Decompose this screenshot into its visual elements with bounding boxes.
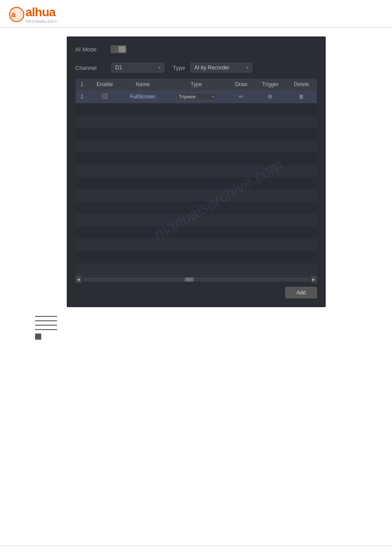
- row-num: 1: [76, 90, 89, 103]
- trash-icon[interactable]: 🗑: [299, 94, 304, 100]
- row-enable[interactable]: [89, 90, 121, 103]
- table-row: 1 FullScreen Tripwire Intrusion: [76, 90, 317, 103]
- ai-mode-toggle[interactable]: [111, 45, 126, 53]
- row-name: FullScreen: [121, 90, 165, 103]
- type-select-wrapper: AI by Recorder AI by Camera: [191, 63, 252, 73]
- ai-mode-label: AI Mode: [76, 46, 111, 53]
- small-icon-box: [35, 334, 41, 340]
- table-row: [76, 214, 317, 226]
- table-row: [76, 177, 317, 189]
- scroll-track[interactable]: |||: [83, 277, 310, 282]
- logo: a alhua TECHNOLOGY: [9, 5, 58, 24]
- channel-label: Channel: [76, 65, 106, 71]
- table-row: [76, 103, 317, 116]
- table-body: 1 FullScreen Tripwire Intrusion: [76, 90, 317, 276]
- table-row: [76, 128, 317, 140]
- header: a alhua TECHNOLOGY: [0, 0, 392, 28]
- table-row: [76, 152, 317, 165]
- col-header-num: 1: [76, 79, 89, 90]
- col-header-delete: Delete: [286, 79, 316, 90]
- dark-panel: manualsarchive.com AI Mode Channel D1 D2…: [67, 36, 326, 307]
- table-header: 1 Enable Name Type Draw Trigger Delete: [76, 79, 317, 90]
- row-draw[interactable]: ✏: [228, 90, 254, 103]
- col-header-name: Name: [121, 79, 165, 90]
- enable-checkbox[interactable]: [102, 94, 108, 99]
- add-btn-row: Add: [76, 287, 317, 298]
- type-dropdown[interactable]: Tripwire Intrusion: [176, 93, 216, 101]
- data-table: 1 Enable Name Type Draw Trigger Delete 1…: [76, 79, 317, 276]
- scroll-handle[interactable]: |||: [185, 277, 194, 282]
- type-dropdown-wrapper: Tripwire Intrusion: [176, 93, 216, 101]
- channel-select[interactable]: D1 D2 D3: [111, 63, 164, 73]
- type-select[interactable]: AI by Recorder AI by Camera: [191, 63, 252, 73]
- logo-sub: TECHNOLOGY: [25, 19, 58, 24]
- toggle-thumb: [119, 46, 126, 52]
- type-label: Type: [173, 65, 185, 71]
- svg-text:a: a: [11, 10, 16, 19]
- legend-line-4: [35, 329, 57, 330]
- add-button[interactable]: Add: [285, 287, 316, 298]
- logo-text: alhua: [25, 5, 55, 19]
- pencil-icon[interactable]: ✏: [239, 94, 243, 100]
- scroll-left-button[interactable]: ◀: [76, 276, 82, 283]
- legend-line-1: [35, 316, 57, 317]
- col-header-enable: Enable: [89, 79, 121, 90]
- table-row: [76, 226, 317, 239]
- channel-select-wrapper: D1 D2 D3: [111, 63, 164, 73]
- ai-mode-row: AI Mode: [76, 45, 317, 53]
- row-type[interactable]: Tripwire Intrusion: [165, 90, 228, 103]
- scroll-dots: |||: [187, 277, 191, 281]
- table-row: [76, 239, 317, 251]
- table-row: [76, 140, 317, 152]
- gear-icon[interactable]: ⚙: [268, 94, 273, 100]
- table-row: [76, 116, 317, 128]
- table-row: [76, 263, 317, 276]
- channel-row: Channel D1 D2 D3 Type AI by Recorder AI …: [76, 63, 317, 73]
- table-row: [76, 202, 317, 214]
- col-header-draw: Draw: [228, 79, 254, 90]
- dahua-logo-icon: a: [9, 7, 25, 22]
- table-row: [76, 251, 317, 263]
- main-content: manualsarchive.com AI Mode Channel D1 D2…: [0, 28, 392, 348]
- legend-line-3: [35, 325, 57, 326]
- table-header-row: 1 Enable Name Type Draw Trigger Delete: [76, 79, 317, 90]
- bottom-border-line: [0, 546, 392, 546]
- legend-lines: [35, 316, 374, 330]
- scroll-right-button[interactable]: ▶: [311, 276, 317, 283]
- table-row: [76, 189, 317, 202]
- legend-line-2: [35, 320, 57, 321]
- table-row: [76, 165, 317, 177]
- scrollbar[interactable]: ◀ ||| ▶: [76, 276, 317, 283]
- col-header-trigger: Trigger: [254, 79, 286, 90]
- col-header-type: Type: [165, 79, 228, 90]
- row-delete[interactable]: 🗑: [286, 90, 316, 103]
- row-trigger[interactable]: ⚙: [254, 90, 286, 103]
